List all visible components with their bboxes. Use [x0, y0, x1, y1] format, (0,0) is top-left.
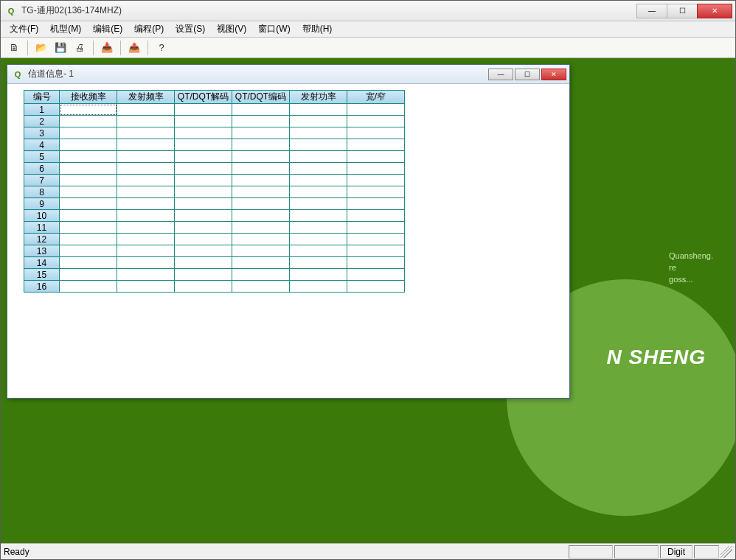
cell[interactable]: [290, 127, 347, 139]
cell[interactable]: [290, 186, 347, 198]
cell[interactable]: [347, 175, 405, 186]
cell[interactable]: [232, 139, 290, 151]
cell[interactable]: [232, 175, 290, 186]
cell[interactable]: [290, 139, 347, 151]
cell[interactable]: [290, 151, 347, 163]
cell[interactable]: [117, 222, 175, 234]
cell[interactable]: [117, 186, 175, 198]
cell[interactable]: [347, 127, 405, 139]
cell[interactable]: [232, 257, 290, 269]
row-header[interactable]: 11: [24, 222, 60, 234]
cell[interactable]: [347, 116, 405, 127]
cell[interactable]: [175, 127, 232, 139]
row-header[interactable]: 14: [24, 257, 60, 269]
cell[interactable]: [347, 257, 405, 269]
cell[interactable]: [60, 163, 117, 175]
child-maximize-button[interactable]: ☐: [515, 69, 540, 80]
cell[interactable]: [232, 222, 290, 234]
row-header[interactable]: 1: [24, 104, 60, 116]
cell[interactable]: [175, 186, 232, 198]
cell[interactable]: [232, 163, 290, 175]
row-header[interactable]: 9: [24, 198, 60, 210]
cell[interactable]: [347, 139, 405, 151]
cell[interactable]: [232, 151, 290, 163]
cell[interactable]: [232, 234, 290, 245]
row-header[interactable]: 6: [24, 163, 60, 175]
cell[interactable]: [117, 210, 175, 222]
cell[interactable]: [175, 257, 232, 269]
cell[interactable]: [117, 234, 175, 245]
close-button[interactable]: ✕: [697, 4, 732, 18]
print-button[interactable]: 🖨: [71, 40, 88, 56]
cell[interactable]: [60, 222, 117, 234]
row-header[interactable]: 5: [24, 151, 60, 163]
cell[interactable]: [175, 139, 232, 151]
cell[interactable]: [290, 116, 347, 127]
cell[interactable]: [290, 234, 347, 245]
child-close-button[interactable]: ✕: [541, 69, 566, 80]
cell[interactable]: [60, 104, 117, 116]
cell[interactable]: [60, 281, 117, 293]
cell[interactable]: [117, 281, 175, 293]
cell[interactable]: [175, 116, 232, 127]
save-button[interactable]: 💾: [52, 40, 69, 56]
cell[interactable]: [290, 210, 347, 222]
table-row[interactable]: 15: [24, 269, 405, 281]
table-row[interactable]: 14: [24, 257, 405, 269]
cell[interactable]: [175, 151, 232, 163]
cell[interactable]: [347, 281, 405, 293]
cell[interactable]: [60, 186, 117, 198]
minimize-button[interactable]: —: [636, 4, 667, 18]
cell[interactable]: [117, 104, 175, 116]
cell[interactable]: [290, 281, 347, 293]
cell[interactable]: [175, 234, 232, 245]
cell[interactable]: [175, 210, 232, 222]
cell[interactable]: [117, 139, 175, 151]
cell[interactable]: [175, 163, 232, 175]
menu-model[interactable]: 机型(M): [44, 21, 87, 37]
cell[interactable]: [117, 257, 175, 269]
row-header[interactable]: 4: [24, 139, 60, 151]
table-row[interactable]: 7: [24, 175, 405, 186]
col-header-qt-encode[interactable]: QT/DQT编码: [232, 91, 290, 104]
cell[interactable]: [290, 198, 347, 210]
table-row[interactable]: 9: [24, 198, 405, 210]
new-button[interactable]: 🗎: [5, 40, 23, 56]
table-row[interactable]: 8: [24, 186, 405, 198]
cell[interactable]: [117, 175, 175, 186]
cell[interactable]: [290, 104, 347, 116]
row-header[interactable]: 8: [24, 186, 60, 198]
cell[interactable]: [347, 198, 405, 210]
table-row[interactable]: 1: [24, 104, 405, 116]
cell[interactable]: [290, 163, 347, 175]
cell[interactable]: [60, 116, 117, 127]
cell[interactable]: [60, 245, 117, 257]
cell[interactable]: [175, 281, 232, 293]
table-row[interactable]: 6: [24, 163, 405, 175]
cell[interactable]: [232, 104, 290, 116]
col-header-qt-decode[interactable]: QT/DQT解码: [175, 91, 232, 104]
cell[interactable]: [175, 104, 232, 116]
cell[interactable]: [347, 234, 405, 245]
cell[interactable]: [290, 269, 347, 281]
table-row[interactable]: 11: [24, 222, 405, 234]
menu-help[interactable]: 帮助(H): [296, 21, 339, 37]
cell[interactable]: [60, 269, 117, 281]
row-header[interactable]: 15: [24, 269, 60, 281]
cell[interactable]: [117, 151, 175, 163]
col-header-wide-narrow[interactable]: 宽/窄: [347, 91, 405, 104]
menu-settings[interactable]: 设置(S): [170, 21, 211, 37]
cell[interactable]: [117, 198, 175, 210]
cell[interactable]: [232, 186, 290, 198]
cell[interactable]: [60, 210, 117, 222]
cell[interactable]: [290, 245, 347, 257]
cell[interactable]: [175, 269, 232, 281]
cell[interactable]: [117, 269, 175, 281]
menu-window[interactable]: 窗口(W): [252, 21, 296, 37]
cell[interactable]: [232, 116, 290, 127]
col-header-number[interactable]: 编号: [24, 91, 60, 104]
row-header[interactable]: 10: [24, 210, 60, 222]
table-row[interactable]: 4: [24, 139, 405, 151]
channel-info-window[interactable]: Q 信道信息- 1 — ☐ ✕ 编号 接收频率 发射频率 QT/DQT解码: [7, 64, 570, 399]
cell[interactable]: [60, 175, 117, 186]
